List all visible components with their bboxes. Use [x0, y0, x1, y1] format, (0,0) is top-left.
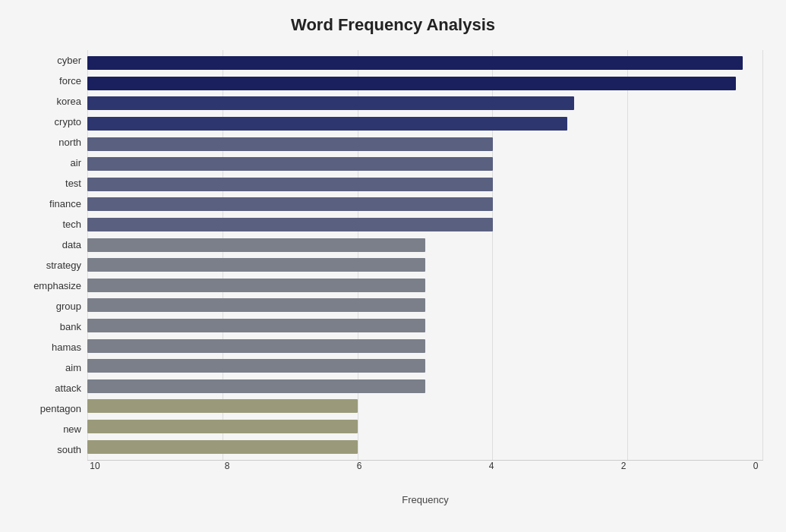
- bar-row: [87, 156, 763, 172]
- bar: [87, 440, 358, 454]
- bar: [87, 137, 493, 151]
- x-tick: 0: [748, 461, 763, 471]
- bar-row: [87, 216, 763, 233]
- y-axis-label: korea: [23, 93, 87, 110]
- bar: [87, 96, 574, 110]
- y-axis-label: strategy: [23, 257, 87, 274]
- y-axis-label: pentagon: [23, 401, 87, 417]
- y-axis-label: air: [23, 155, 87, 172]
- chart-container: Word Frequency Analysis cyberforcekoreac…: [0, 0, 786, 532]
- bar: [87, 157, 493, 171]
- y-axis-label: south: [23, 442, 87, 458]
- bar: [87, 399, 358, 413]
- bar: [87, 197, 493, 211]
- y-axis-label: crypto: [23, 114, 87, 131]
- x-tick: 10: [87, 461, 103, 471]
- bar-row: [87, 277, 763, 294]
- y-axis-label: north: [23, 134, 87, 151]
- bar-row: [87, 418, 763, 435]
- bars-and-grid: 1086420 Frequency: [87, 50, 763, 483]
- y-axis-label: attack: [23, 380, 87, 397]
- y-axis-label: tech: [23, 216, 87, 233]
- y-axis-label: finance: [23, 196, 87, 212]
- bar-row: [87, 378, 763, 395]
- bar: [87, 258, 425, 272]
- y-axis-label: group: [23, 298, 87, 315]
- y-axis-labels: cyberforcekoreacryptonorthairtestfinance…: [23, 50, 87, 483]
- y-axis-label: aim: [23, 360, 87, 376]
- bar: [87, 359, 425, 373]
- bar-row: [87, 257, 763, 273]
- bar: [87, 379, 425, 393]
- bar-row: [87, 55, 763, 71]
- bar: [87, 238, 425, 252]
- y-axis-label: force: [23, 73, 87, 90]
- bar-row: [87, 398, 763, 414]
- bar: [87, 56, 743, 70]
- bar-row: [87, 297, 763, 313]
- x-tick: 8: [219, 461, 235, 471]
- y-axis-label: new: [23, 421, 87, 438]
- bar-row: [87, 176, 763, 193]
- bar: [87, 319, 425, 332]
- bar: [87, 77, 736, 90]
- bars-wrapper: [87, 50, 763, 460]
- bar-row: [87, 338, 763, 354]
- bar-row: [87, 95, 763, 112]
- bar: [87, 279, 425, 292]
- x-axis-label: Frequency: [87, 494, 763, 505]
- bar-row: [87, 115, 763, 132]
- bar: [87, 420, 358, 433]
- bar-row: [87, 75, 763, 92]
- bar: [87, 117, 567, 131]
- bar-row: [87, 357, 763, 374]
- bar-row: [87, 317, 763, 334]
- chart-area: cyberforcekoreacryptonorthairtestfinance…: [23, 50, 763, 483]
- bar: [87, 218, 493, 231]
- y-axis-label: hamas: [23, 339, 87, 356]
- x-tick: 4: [484, 461, 499, 471]
- bar: [87, 298, 425, 312]
- bar-row: [87, 196, 763, 212]
- bar-row: [87, 439, 763, 455]
- bar-row: [87, 237, 763, 253]
- y-axis-label: bank: [23, 319, 87, 335]
- chart-title: Word Frequency Analysis: [23, 15, 763, 35]
- grid-and-bars: 1086420 Frequency: [87, 50, 763, 483]
- x-tick: 2: [616, 461, 631, 471]
- bar: [87, 339, 425, 353]
- y-axis-label: test: [23, 175, 87, 192]
- bar-row: [87, 136, 763, 153]
- y-axis-label: cyber: [23, 52, 87, 69]
- x-tick: 6: [352, 461, 367, 471]
- y-axis-label: data: [23, 237, 87, 253]
- x-axis: 1086420 Frequency: [87, 460, 763, 483]
- bar: [87, 178, 493, 191]
- y-axis-label: emphasize: [23, 278, 87, 294]
